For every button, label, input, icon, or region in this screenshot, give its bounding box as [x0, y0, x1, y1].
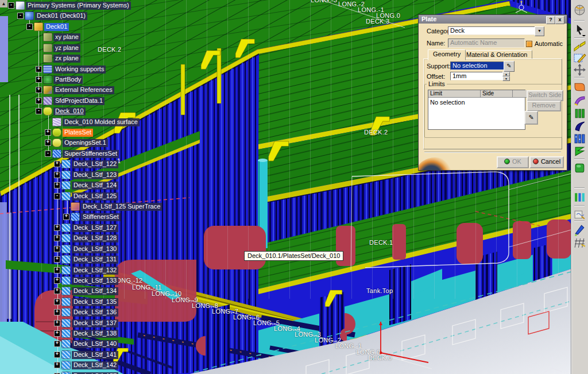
automatic-checkbox[interactable]	[526, 41, 532, 47]
tree-item-deck-lstf-135[interactable]: +Deck_LStf_135	[54, 297, 118, 307]
select-cursor-icon[interactable]	[573, 23, 586, 36]
plane-icon[interactable]	[43, 33, 52, 41]
tree-expander-icon[interactable]: +	[54, 330, 60, 337]
tree-item-deck-lstf-138[interactable]: +Deck_LStf_138	[54, 329, 118, 338]
name-input[interactable]: Automatic Name	[448, 38, 525, 48]
tree-expander-icon[interactable]: +	[54, 352, 60, 358]
tree-item-label[interactable]: Deck_LStf_122	[72, 160, 118, 168]
help-button[interactable]: ?	[546, 16, 555, 24]
tree-item-partbody[interactable]: +PartBody	[36, 75, 83, 84]
tree-item-deck01-deck01-[interactable]: -Deck01 (Deck01)	[17, 11, 87, 21]
tree-item-deck-lstf-134[interactable]: +Deck_LStf_134	[54, 286, 118, 296]
edit-limit-button[interactable]: ✎	[524, 111, 538, 125]
extref-icon[interactable]	[43, 86, 52, 94]
limits-table[interactable]: Limit Side No selection	[428, 90, 525, 130]
tree-item-label[interactable]: External References	[53, 86, 114, 94]
tree-expander-icon[interactable]: +	[36, 76, 42, 83]
stiff-icon[interactable]	[61, 340, 71, 348]
bracket-icon[interactable]	[573, 119, 586, 133]
beam-icon[interactable]	[573, 145, 586, 158]
project-icon[interactable]	[43, 97, 52, 105]
deck-icon[interactable]	[43, 107, 52, 115]
tree-item-sfdprojectdata-1[interactable]: +SfdProjectData.1	[36, 96, 105, 106]
tree-item-deck-lstf-123[interactable]: +Deck_LStf_123	[54, 170, 118, 180]
switch-side-button[interactable]: Switch Side	[527, 90, 563, 101]
pen-icon[interactable]	[573, 223, 586, 236]
plane-icon[interactable]	[43, 44, 52, 52]
stiffset-icon[interactable]	[71, 213, 80, 221]
tree-item-label[interactable]: PartBody	[53, 76, 83, 84]
tree-expander-icon[interactable]: +	[54, 172, 60, 178]
curved-plate-icon[interactable]	[573, 94, 586, 107]
tree-item-xy-plane[interactable]: +xy plane	[36, 32, 80, 42]
tree-item-label[interactable]: Deck_LStf_138	[72, 330, 118, 338]
remove-button[interactable]: Remove	[527, 101, 561, 111]
tree-item-label[interactable]: Deck_LStf_135	[72, 298, 118, 306]
partbody-icon[interactable]	[43, 75, 52, 84]
product-icon[interactable]	[25, 11, 34, 20]
tree-item-label[interactable]: Deck_LStf_133	[72, 277, 118, 285]
tree-item-deck-lstf-125-supertrace[interactable]: +Deck_LStf_125 SuperTrace	[63, 202, 162, 211]
cancel-button[interactable]: Cancel	[529, 156, 564, 168]
tree-item-deck-lstf-127[interactable]: +Deck_LStf_127	[54, 223, 118, 233]
tree-item-label[interactable]: OpeningsSet.1	[63, 139, 108, 147]
category-select[interactable]: Deck	[448, 26, 536, 35]
tree-scroll-corner[interactable]: ▲	[0, 0, 7, 7]
tree-item-label[interactable]: Deck_LStf_123	[72, 171, 118, 179]
offset-spinner[interactable]: ▲▼	[502, 72, 510, 80]
tree-expander-icon[interactable]: +	[36, 87, 42, 93]
tree-item-label[interactable]: Deck_LStf_136	[72, 309, 118, 317]
tree-item-openingsset-1[interactable]: +OpeningsSet.1	[45, 138, 108, 148]
stiffener-icon[interactable]	[573, 191, 586, 204]
stiff-icon[interactable]	[61, 298, 71, 306]
openings-icon[interactable]	[52, 138, 61, 147]
pad-icon[interactable]	[573, 161, 586, 175]
tree-item-label[interactable]: Deck_LStf_125	[72, 192, 118, 201]
tree-item-label[interactable]: Deck_LStf_134	[72, 287, 118, 295]
stiff-icon[interactable]	[61, 287, 71, 295]
plane-icon[interactable]	[43, 54, 52, 63]
tree-item-label[interactable]: Deck_LStf_131	[72, 256, 118, 264]
tree-item-label[interactable]: Deck_LStf_140	[72, 340, 118, 348]
tree-item-platesset[interactable]: +PlatesSet	[45, 128, 93, 137]
tree-item-yz-plane[interactable]: +yz plane	[36, 43, 80, 53]
tree-item-deck-lstf-157[interactable]: +Deck_LStf_157	[54, 371, 118, 374]
tree-item-superstiffenersset[interactable]: -SuperStiffenersSet	[45, 149, 119, 159]
tree-expander-icon[interactable]: +	[54, 288, 60, 294]
root-icon[interactable]	[16, 1, 25, 10]
spin-down-icon[interactable]: ▼	[502, 76, 510, 81]
tree-item-label[interactable]: xy plane	[53, 33, 80, 41]
tree-expander-icon[interactable]: +	[54, 256, 60, 263]
stiff-icon[interactable]	[61, 266, 71, 275]
support-sketch-icon[interactable]: ✎	[504, 61, 514, 72]
offset-input[interactable]: 1mm	[450, 72, 504, 80]
tree-expander-icon[interactable]: +	[54, 341, 60, 347]
navigate-globe-icon[interactable]	[573, 3, 586, 17]
tree-item-label[interactable]: Deck_LStf_124	[72, 182, 118, 190]
tree-item-label[interactable]: Deck_LStf_125 SuperTrace	[81, 203, 162, 211]
spin-up-icon[interactable]: ▲	[502, 72, 510, 76]
tree-item-label[interactable]: yz plane	[53, 44, 80, 52]
stiff-icon[interactable]	[61, 171, 71, 179]
stiff-icon[interactable]	[61, 361, 71, 369]
tree-item-deck-lstf-128[interactable]: +Deck_LStf_128	[54, 233, 118, 243]
tree-expander-icon[interactable]: -	[17, 13, 24, 19]
stiff-icon[interactable]	[61, 181, 71, 190]
tree-item-external-references[interactable]: +External References	[36, 85, 114, 95]
close-button[interactable]: x	[555, 16, 564, 24]
tree-expander-icon[interactable]: +	[54, 225, 60, 231]
tree-item-label[interactable]: Deck_LStf_137	[72, 319, 118, 327]
tree-expander-icon[interactable]: -	[8, 2, 14, 9]
tree-expander-icon[interactable]: +	[54, 246, 60, 252]
tree-item-label[interactable]: SuperStiffenersSet	[63, 150, 119, 158]
stiff-icon[interactable]	[61, 308, 71, 317]
tree-item-label[interactable]: Deck01	[44, 23, 69, 31]
tree-item-label[interactable]: Deck_LStf_128	[72, 234, 118, 242]
tree-item-deck-lstf-130[interactable]: +Deck_LStf_130	[54, 244, 118, 254]
category-dropdown-arrow-icon[interactable]: ▼	[535, 26, 544, 36]
tree-item-deck01[interactable]: -Deck01	[26, 22, 69, 32]
plate-icon[interactable]	[573, 80, 586, 94]
tree-expander-icon[interactable]: +	[54, 267, 60, 273]
tree-item-label[interactable]: Deck_LStf_142	[72, 361, 118, 369]
tree-item-zx-plane[interactable]: +zx plane	[36, 53, 80, 63]
